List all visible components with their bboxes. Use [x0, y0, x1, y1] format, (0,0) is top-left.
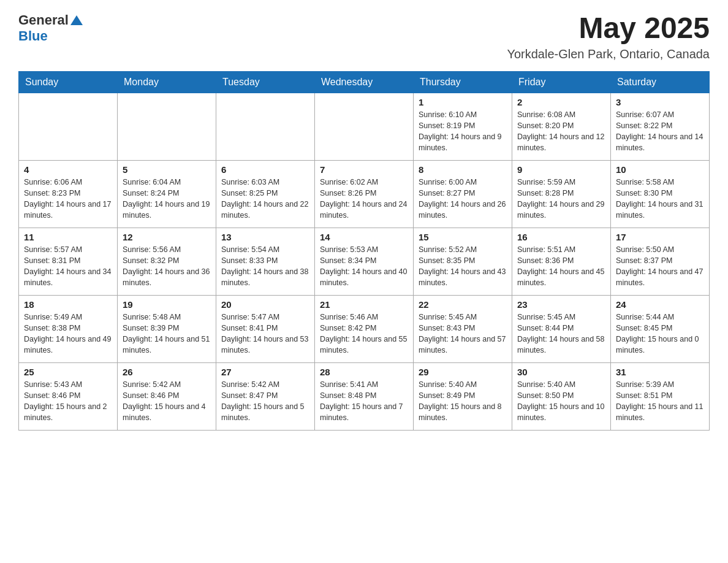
day-info-25: Sunrise: 5:43 AMSunset: 8:46 PMDaylight:… [24, 379, 112, 424]
day-number-19: 19 [123, 299, 211, 310]
calendar-cell-w3-d7: 17Sunrise: 5:50 AMSunset: 8:37 PMDayligh… [611, 228, 710, 295]
calendar-cell-w4-d2: 19Sunrise: 5:48 AMSunset: 8:39 PMDayligh… [118, 295, 216, 362]
day-number-27: 27 [221, 367, 309, 377]
day-number-23: 23 [517, 299, 605, 310]
day-info-27: Sunrise: 5:42 AMSunset: 8:47 PMDaylight:… [221, 379, 309, 424]
day-info-20: Sunrise: 5:47 AMSunset: 8:41 PMDaylight:… [221, 312, 309, 356]
calendar-cell-w3-d6: 16Sunrise: 5:51 AMSunset: 8:36 PMDayligh… [512, 228, 611, 295]
calendar-cell-w3-d1: 11Sunrise: 5:57 AMSunset: 8:31 PMDayligh… [19, 228, 118, 295]
calendar-cell-w1-d4 [315, 93, 414, 160]
calendar-cell-w5-d3: 27Sunrise: 5:42 AMSunset: 8:47 PMDayligh… [216, 362, 315, 430]
day-info-17: Sunrise: 5:50 AMSunset: 8:37 PMDaylight:… [616, 244, 704, 289]
calendar-cell-w5-d4: 28Sunrise: 5:41 AMSunset: 8:48 PMDayligh… [315, 362, 414, 430]
calendar-cell-w2-d3: 6Sunrise: 6:03 AMSunset: 8:25 PMDaylight… [216, 160, 315, 228]
day-info-6: Sunrise: 6:03 AMSunset: 8:25 PMDaylight:… [221, 177, 309, 221]
day-number-5: 5 [123, 164, 211, 175]
weekday-header-row: SundayMondayTuesdayWednesdayThursdayFrid… [19, 71, 710, 93]
week-row-4: 18Sunrise: 5:49 AMSunset: 8:38 PMDayligh… [19, 295, 710, 362]
page-header: General Blue May 2025 Yorkdale-Glen Park… [18, 12, 710, 61]
day-number-2: 2 [517, 97, 605, 107]
day-number-21: 21 [320, 299, 408, 310]
day-info-9: Sunrise: 5:59 AMSunset: 8:28 PMDaylight:… [517, 177, 605, 221]
weekday-header-sunday: Sunday [19, 71, 118, 93]
calendar-cell-w5-d6: 30Sunrise: 5:40 AMSunset: 8:50 PMDayligh… [512, 362, 611, 430]
day-info-10: Sunrise: 5:58 AMSunset: 8:30 PMDaylight:… [616, 177, 704, 221]
day-number-1: 1 [419, 97, 507, 107]
calendar-cell-w3-d2: 12Sunrise: 5:56 AMSunset: 8:32 PMDayligh… [118, 228, 216, 295]
calendar-cell-w1-d7: 3Sunrise: 6:07 AMSunset: 8:22 PMDaylight… [611, 93, 710, 160]
day-number-25: 25 [24, 367, 112, 377]
calendar-cell-w2-d7: 10Sunrise: 5:58 AMSunset: 8:30 PMDayligh… [611, 160, 710, 228]
day-info-12: Sunrise: 5:56 AMSunset: 8:32 PMDaylight:… [123, 244, 211, 289]
day-info-31: Sunrise: 5:39 AMSunset: 8:51 PMDaylight:… [616, 379, 704, 424]
day-number-20: 20 [221, 299, 309, 310]
weekday-header-wednesday: Wednesday [315, 71, 414, 93]
day-number-28: 28 [320, 367, 408, 377]
day-number-31: 31 [616, 367, 704, 377]
weekday-header-thursday: Thursday [414, 71, 512, 93]
day-info-28: Sunrise: 5:41 AMSunset: 8:48 PMDaylight:… [320, 379, 408, 424]
calendar-cell-w4-d1: 18Sunrise: 5:49 AMSunset: 8:38 PMDayligh… [19, 295, 118, 362]
day-info-24: Sunrise: 5:44 AMSunset: 8:45 PMDaylight:… [616, 312, 704, 356]
day-info-15: Sunrise: 5:52 AMSunset: 8:35 PMDaylight:… [419, 244, 507, 289]
day-number-13: 13 [221, 232, 309, 242]
day-info-11: Sunrise: 5:57 AMSunset: 8:31 PMDaylight:… [24, 244, 112, 289]
calendar-cell-w4-d3: 20Sunrise: 5:47 AMSunset: 8:41 PMDayligh… [216, 295, 315, 362]
day-info-16: Sunrise: 5:51 AMSunset: 8:36 PMDaylight:… [517, 244, 605, 289]
day-info-21: Sunrise: 5:46 AMSunset: 8:42 PMDaylight:… [320, 312, 408, 356]
day-number-9: 9 [517, 164, 605, 175]
calendar-cell-w4-d7: 24Sunrise: 5:44 AMSunset: 8:45 PMDayligh… [611, 295, 710, 362]
calendar-cell-w5-d1: 25Sunrise: 5:43 AMSunset: 8:46 PMDayligh… [19, 362, 118, 430]
weekday-header-tuesday: Tuesday [216, 71, 315, 93]
week-row-2: 4Sunrise: 6:06 AMSunset: 8:23 PMDaylight… [19, 160, 710, 228]
day-info-29: Sunrise: 5:40 AMSunset: 8:49 PMDaylight:… [419, 379, 507, 424]
calendar-cell-w1-d5: 1Sunrise: 6:10 AMSunset: 8:19 PMDaylight… [414, 93, 512, 160]
calendar-cell-w4-d4: 21Sunrise: 5:46 AMSunset: 8:42 PMDayligh… [315, 295, 414, 362]
day-info-19: Sunrise: 5:48 AMSunset: 8:39 PMDaylight:… [123, 312, 211, 356]
day-number-10: 10 [616, 164, 704, 175]
day-info-5: Sunrise: 6:04 AMSunset: 8:24 PMDaylight:… [123, 177, 211, 221]
calendar-cell-w2-d6: 9Sunrise: 5:59 AMSunset: 8:28 PMDaylight… [512, 160, 611, 228]
weekday-header-saturday: Saturday [611, 71, 710, 93]
logo-general-text: General [18, 12, 69, 28]
day-number-11: 11 [24, 232, 112, 242]
weekday-header-monday: Monday [118, 71, 216, 93]
day-info-22: Sunrise: 5:45 AMSunset: 8:43 PMDaylight:… [419, 312, 507, 356]
calendar-cell-w2-d5: 8Sunrise: 6:00 AMSunset: 8:27 PMDaylight… [414, 160, 512, 228]
calendar-cell-w3-d3: 13Sunrise: 5:54 AMSunset: 8:33 PMDayligh… [216, 228, 315, 295]
calendar-cell-w2-d4: 7Sunrise: 6:02 AMSunset: 8:26 PMDaylight… [315, 160, 414, 228]
calendar-cell-w3-d5: 15Sunrise: 5:52 AMSunset: 8:35 PMDayligh… [414, 228, 512, 295]
day-number-26: 26 [123, 367, 211, 377]
day-info-8: Sunrise: 6:00 AMSunset: 8:27 PMDaylight:… [419, 177, 507, 221]
week-row-5: 25Sunrise: 5:43 AMSunset: 8:46 PMDayligh… [19, 362, 710, 430]
week-row-3: 11Sunrise: 5:57 AMSunset: 8:31 PMDayligh… [19, 228, 710, 295]
day-number-29: 29 [419, 367, 507, 377]
calendar-cell-w5-d2: 26Sunrise: 5:42 AMSunset: 8:46 PMDayligh… [118, 362, 216, 430]
calendar-cell-w2-d1: 4Sunrise: 6:06 AMSunset: 8:23 PMDaylight… [19, 160, 118, 228]
day-info-1: Sunrise: 6:10 AMSunset: 8:19 PMDaylight:… [419, 109, 507, 154]
calendar-cell-w3-d4: 14Sunrise: 5:53 AMSunset: 8:34 PMDayligh… [315, 228, 414, 295]
day-number-7: 7 [320, 164, 408, 175]
day-number-30: 30 [517, 367, 605, 377]
calendar-cell-w5-d7: 31Sunrise: 5:39 AMSunset: 8:51 PMDayligh… [611, 362, 710, 430]
day-number-15: 15 [419, 232, 507, 242]
day-info-18: Sunrise: 5:49 AMSunset: 8:38 PMDaylight:… [24, 312, 112, 356]
title-block: May 2025 Yorkdale-Glen Park, Ontario, Ca… [507, 12, 710, 61]
calendar-cell-w1-d2 [118, 93, 216, 160]
day-number-24: 24 [616, 299, 704, 310]
day-info-3: Sunrise: 6:07 AMSunset: 8:22 PMDaylight:… [616, 109, 704, 154]
calendar-cell-w1-d1 [19, 93, 118, 160]
day-number-3: 3 [616, 97, 704, 107]
logo-blue-text: Blue [18, 28, 48, 44]
month-title: May 2025 [507, 12, 710, 45]
logo: General Blue [18, 12, 83, 44]
weekday-header-friday: Friday [512, 71, 611, 93]
day-number-12: 12 [123, 232, 211, 242]
day-number-6: 6 [221, 164, 309, 175]
calendar-cell-w1-d6: 2Sunrise: 6:08 AMSunset: 8:20 PMDaylight… [512, 93, 611, 160]
day-info-26: Sunrise: 5:42 AMSunset: 8:46 PMDaylight:… [123, 379, 211, 424]
day-number-17: 17 [616, 232, 704, 242]
calendar-cell-w1-d3 [216, 93, 315, 160]
day-number-16: 16 [517, 232, 605, 242]
logo-triangle-icon [70, 15, 83, 25]
